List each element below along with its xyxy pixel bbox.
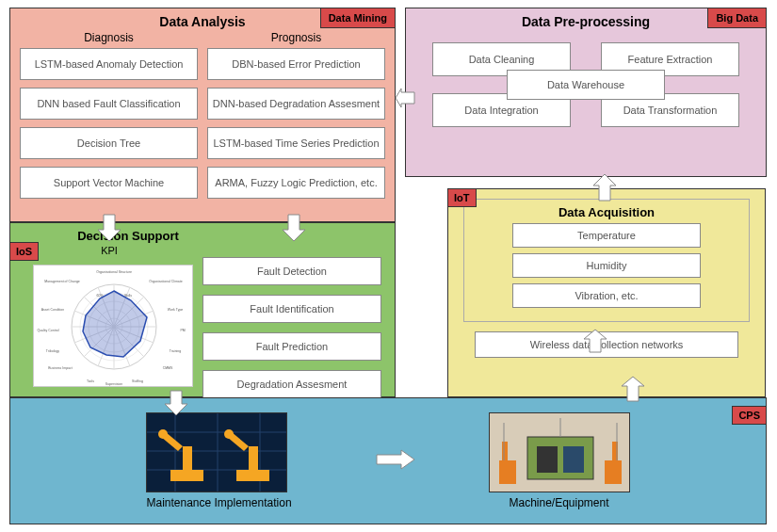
svg-marker-54 [396,89,414,107]
svg-point-39 [158,429,168,439]
decision-item: Fault Detection [202,257,381,285]
svg-text:Skills: Skills [124,294,132,298]
svg-marker-59 [622,377,644,401]
maintenance-caption: Maintenance Implementation [146,496,291,509]
arrow-maintenance-to-machine [377,450,414,469]
svg-rect-45 [537,446,558,473]
prognosis-item: DBN-based Error Prediction [207,48,385,80]
svg-text:Supervision: Supervision [105,382,122,386]
svg-text:CMMS: CMMS [163,366,173,370]
svg-text:Asset Condition: Asset Condition [41,308,65,312]
svg-marker-58 [584,330,607,352]
data-mining-badge: Data Mining [320,8,396,28]
svg-text:Work Type: Work Type [168,308,184,312]
prognosis-label: Prognosis [207,31,385,44]
sensor-item: Humidity [512,253,701,278]
svg-rect-38 [183,446,192,473]
arrow-decision-to-maintenance [165,391,187,415]
svg-marker-61 [377,450,414,469]
arrow-analysis-to-decision-left [98,215,121,241]
sensor-item: Vibration, etc. [512,283,701,308]
machine-caption: Machine/Equipment [489,496,630,509]
svg-text:Tribology: Tribology [46,349,60,353]
decision-title: Decision Support [67,229,189,243]
prognosis-item: LSTM-based Time Series Prediction [207,127,385,159]
iot-badge: IoT [447,188,477,207]
arrow-wireless-to-sensors [584,330,607,352]
svg-text:Training: Training [170,349,182,353]
data-warehouse-cell: Data Warehouse [507,70,665,100]
prognosis-item: DNN-based Degradation Assesment [207,88,385,120]
diagnosis-item: LSTM-based Anomaly Detection [20,48,198,80]
data-analysis-panel: Data Mining Data Analysis Diagnosis LSTM… [9,8,396,222]
svg-text:Quality Control: Quality Control [37,329,58,332]
wireless-network-cell: Wireless data collection networks [475,331,738,358]
svg-rect-46 [563,446,584,473]
arrow-preproc-to-analysis [396,89,414,107]
arrow-machine-to-wireless [622,377,644,401]
decision-item: Fault Prediction [202,332,381,361]
svg-text:Tools: Tools [87,379,94,383]
data-preprocessing-panel: Big Data Data Pre-processing Data Cleani… [405,8,767,177]
diagnosis-label: Diagnosis [20,31,198,44]
svg-rect-41 [249,446,258,473]
diagnosis-item: DNN based Fault Classification [20,88,198,120]
ios-badge: IoS [9,242,39,261]
svg-text:Management of Change: Management of Change [44,280,80,283]
data-acquisition-panel: IoT Data Acquisition Temperature Humidit… [447,188,766,397]
diagnosis-column: Diagnosis LSTM-based Anomaly Detection D… [20,31,198,206]
big-data-badge: Big Data [707,8,767,28]
arrow-acquisition-to-preproc [593,174,616,201]
svg-text:PM: PM [180,329,185,332]
kpi-radar-chart: Organisational Structure Management of C… [33,265,193,387]
diagnosis-item: Support Vector Machine [20,167,198,199]
maintenance-image [146,412,287,492]
prognosis-column: Prognosis DBN-based Error Prediction DNN… [207,31,385,206]
svg-text:60%: 60% [96,294,103,298]
svg-point-42 [224,429,234,439]
machine-image [489,412,630,492]
machine-item: Machine/Equipment [489,412,630,509]
diagnosis-item: Decision Tree [20,127,198,159]
svg-rect-48 [502,442,508,462]
acquisition-title: Data Acquisition [479,205,734,219]
cps-badge: CPS [732,406,767,425]
svg-rect-47 [499,460,516,484]
decision-item: Fault Identification [202,295,381,323]
maintenance-item: Maintenance Implementation [146,412,291,509]
svg-text:Organisational Climate: Organisational Climate [149,280,182,283]
svg-text:Organisational Structure: Organisational Structure [96,270,132,274]
svg-marker-55 [98,215,121,241]
decision-item: Degradation Assesment [202,370,381,398]
decision-support-panel: IoS Decision Support KPI [9,222,396,397]
arrow-analysis-to-decision-right [283,215,305,241]
svg-text:Staffing: Staffing [132,379,143,383]
kpi-label: KPI [29,245,189,256]
prognosis-item: ARMA, Fuzzy Logic Prediction, etc. [207,167,385,199]
svg-marker-60 [165,391,187,415]
svg-marker-57 [593,174,616,201]
svg-rect-49 [605,460,622,484]
svg-marker-56 [283,215,305,241]
sensor-item: Temperature [512,223,701,248]
svg-text:Business Impact: Business Impact [48,366,73,370]
